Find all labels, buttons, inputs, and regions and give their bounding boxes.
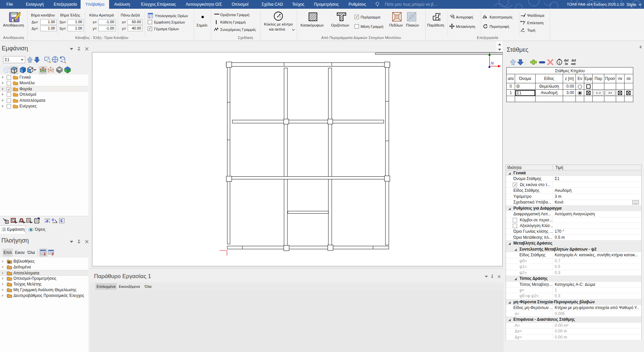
svg-text:dxf: dxf: [571, 59, 576, 62]
svg-text:r: r: [280, 15, 281, 18]
svg-text:in: in: [565, 62, 568, 65]
svg-text:N: N: [491, 61, 494, 65]
svg-text:E: E: [60, 219, 63, 223]
svg-text:2: 2: [52, 252, 54, 256]
svg-text:1: 1: [559, 61, 560, 64]
svg-text:ψ: ψ: [52, 218, 54, 221]
svg-text:1: 1: [44, 252, 46, 256]
svg-text:out: out: [571, 62, 576, 65]
svg-text:dxf: dxf: [564, 59, 569, 62]
svg-text:d: d: [46, 219, 48, 223]
svg-text:B: B: [8, 261, 10, 264]
